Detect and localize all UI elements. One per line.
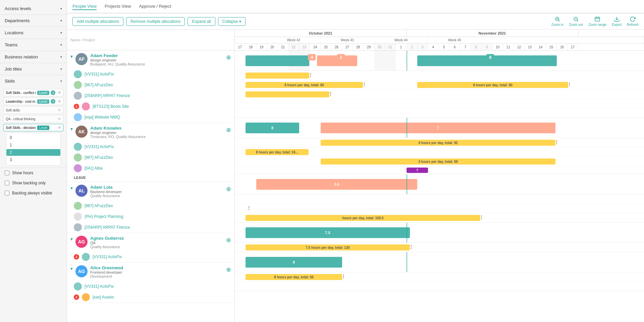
expand-icon[interactable]: ▾: [70, 266, 73, 271]
dropdown-item-1[interactable]: 1: [6, 142, 60, 148]
skill-tag-4: QA - critical thinking ... ✕: [3, 115, 63, 123]
project-name[interactable]: [259ARP] ARPAT Firenze: [85, 225, 130, 230]
remove-skill-icon[interactable]: ✕: [58, 108, 61, 112]
remove-allocations-button[interactable]: Remove multiple allocations: [126, 17, 185, 26]
conflict-badge: 2: [74, 104, 79, 109]
collapse-button[interactable]: Collapse ▾: [218, 17, 246, 26]
gantt-right-panel: October 2021 November 2021 Week 42 Week …: [235, 30, 644, 322]
refresh-action[interactable]: Refresh: [627, 16, 639, 27]
add-allocation-icon[interactable]: ⊕: [226, 185, 231, 193]
tab-people-view[interactable]: People View: [72, 4, 97, 10]
dropdown-item-3[interactable]: 3: [6, 156, 60, 163]
filter-teams[interactable]: Teams ▾: [0, 39, 67, 51]
project-name[interactable]: [259ARP] ARPAT Firenze: [85, 93, 130, 98]
day-cell: 5: [439, 44, 449, 50]
skill-level-button[interactable]: Level: [37, 99, 49, 104]
filter-business-relation[interactable]: Business relation ▾: [0, 51, 67, 63]
zoom-range-action[interactable]: Zoom range: [588, 16, 606, 27]
project-avatar: [74, 223, 82, 231]
filter-departments[interactable]: Departments ▾: [0, 15, 67, 27]
filter-locations[interactable]: Locations ▾: [0, 27, 67, 39]
expand-all-button[interactable]: Expand all: [187, 17, 215, 26]
project-bar[interactable]: [246, 91, 329, 97]
project-name[interactable]: [xax] Axaxio: [93, 295, 114, 300]
expand-icon[interactable]: ▾: [70, 54, 73, 59]
allocation-bar[interactable]: 8: [246, 257, 342, 268]
project-name[interactable]: [VV331] ActivFix: [85, 284, 114, 289]
filter-job-titles[interactable]: Job titles ▾: [0, 63, 67, 75]
project-bar[interactable]: 8 hours per day, total: 80: [246, 82, 363, 88]
add-allocation-icon[interactable]: ⊕: [226, 54, 231, 61]
allocation-bar[interactable]: 3.5: [256, 179, 417, 190]
zoom-in-action[interactable]: Zoom in: [551, 16, 564, 27]
person-dept: Development: [90, 274, 223, 278]
person-row-adam-feeder: ▾ AF Adam Feeder design engineer Budapes…: [67, 50, 234, 123]
leave-bar[interactable]: ?: [407, 168, 428, 173]
project-name[interactable]: [987] AFuzzDev: [85, 155, 113, 160]
allocation-bar[interactable]: [246, 55, 309, 66]
filter-label: Departments: [5, 18, 30, 23]
project-name[interactable]: [VV331] ActivFix: [93, 255, 122, 259]
day-cell: 20: [267, 44, 278, 50]
project-name[interactable]: [041] Alba: [85, 166, 102, 171]
export-action[interactable]: Export: [612, 16, 622, 27]
remove-skill-icon[interactable]: ✕: [58, 125, 61, 130]
skill-name: Soft Skills - decision...: [6, 126, 36, 130]
tab-approve-reject[interactable]: Approve / Reject: [139, 4, 171, 10]
filter-access-levels[interactable]: Access levels ▾: [0, 3, 67, 15]
project-avatar: [74, 164, 82, 172]
add-allocation-icon[interactable]: ⊕: [226, 236, 231, 244]
skill-name: Soft Skills - conflict r...: [6, 91, 36, 95]
remove-skill-icon[interactable]: ✕: [58, 117, 61, 121]
project-name[interactable]: [987] AFuzzDev: [85, 203, 113, 208]
project-bar[interactable]: 8 hours per day, total: 24...: [246, 149, 309, 155]
tab-projects-view[interactable]: Projects View: [105, 4, 131, 10]
add-allocation-icon[interactable]: ⊕: [226, 266, 231, 273]
project-name[interactable]: [nqa] Website NWQ: [85, 115, 120, 120]
bar-menu: ⋮: [329, 91, 333, 96]
project-bar[interactable]: 3 hours per day, total: 69: [321, 158, 555, 165]
dropdown-item-0[interactable]: 0: [6, 134, 60, 141]
chevron-down-icon: ▾: [60, 55, 62, 59]
allocation-bar[interactable]: 8: [246, 123, 299, 133]
expand-icon[interactable]: ▾: [70, 236, 73, 242]
project-bar[interactable]: hours per day, total: 150.5: [246, 215, 480, 221]
expand-icon[interactable]: ▾: [70, 126, 73, 132]
expand-icon[interactable]: ▾: [70, 185, 73, 191]
project-name[interactable]: [VV331] ActivFix: [85, 144, 114, 149]
project-name[interactable]: (PH) Project Planning: [85, 214, 123, 219]
bar-menu: ⋮: [341, 274, 345, 279]
project-name[interactable]: [987] AFuzzDev: [85, 83, 113, 87]
day-cell: 24: [310, 44, 321, 50]
skill-level-button[interactable]: Level: [37, 126, 49, 130]
zoom-out-action[interactable]: Zoom out: [569, 16, 583, 27]
project-bar[interactable]: 8 hours per day, total: 80: [417, 82, 568, 88]
allocation-bar[interactable]: 7.5: [246, 227, 410, 238]
remove-skill-icon[interactable]: ✕: [58, 99, 61, 104]
project-bar[interactable]: [246, 73, 309, 79]
allocation-bar[interactable]: 7: [321, 123, 555, 133]
project-avatar: [74, 81, 82, 89]
allocation-value: 2: [337, 54, 345, 60]
project-bar[interactable]: 7.5 hours per day, total: 120: [246, 244, 410, 250]
show-backlog-input[interactable]: [5, 181, 9, 185]
day-cell: 6: [449, 44, 460, 50]
show-backlog-checkbox[interactable]: Show backlog only: [0, 178, 67, 188]
skill-level-button[interactable]: Level: [37, 91, 49, 95]
dropdown-item-2[interactable]: 2: [6, 149, 60, 156]
project-avatar: [82, 293, 90, 301]
backlog-visible-input[interactable]: [5, 191, 9, 195]
filter-label: Locations: [5, 30, 23, 35]
show-hours-checkbox[interactable]: Show hours: [0, 168, 67, 178]
show-hours-input[interactable]: [5, 171, 9, 175]
project-bar[interactable]: 4 hours per day, total: 92: [321, 140, 555, 146]
project-name[interactable]: [BTS123] Boots Site: [93, 104, 129, 109]
day-cell: 22: [288, 44, 299, 50]
project-bar[interactable]: 8 hours per day, total: 56: [246, 274, 342, 280]
day-cell: 8: [471, 44, 482, 50]
add-allocation-icon[interactable]: ⊕: [226, 126, 231, 134]
remove-skill-icon[interactable]: ✕: [58, 90, 61, 95]
add-allocations-button[interactable]: Add multiple allocations: [72, 17, 123, 26]
backlog-visible-checkbox[interactable]: Backlog always visible: [0, 188, 67, 198]
project-name[interactable]: [VV331] ActivFix: [85, 72, 114, 77]
